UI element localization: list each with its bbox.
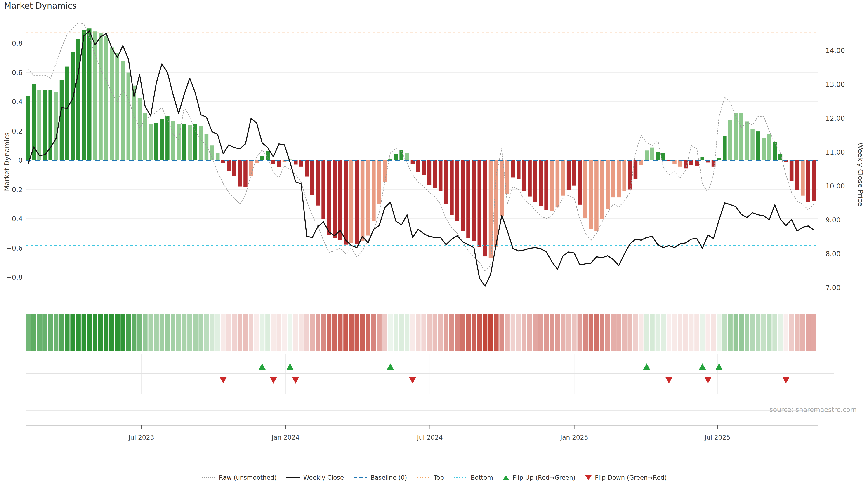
legend-item-flip-up: Flip Up (Red→Green) (502, 474, 576, 481)
heatmap-cell (332, 315, 337, 351)
oscillator-bar (54, 92, 58, 160)
heatmap-cell (594, 315, 599, 351)
oscillator-bar (433, 160, 437, 188)
oscillator-bar (149, 124, 153, 160)
x-axis-tick-label: Jul 2024 (416, 434, 443, 441)
heatmap-cell (666, 315, 671, 351)
heatmap-cell (633, 315, 638, 351)
oscillator-bar (182, 124, 186, 160)
heatmap-cell (499, 315, 504, 351)
oscillator-bar (633, 160, 638, 179)
heatmap-cell (728, 315, 733, 351)
oscillator-bar (756, 131, 760, 160)
heatmap-cell (405, 315, 409, 351)
flip-down-marker (705, 377, 711, 384)
oscillator-bar (177, 124, 181, 160)
oscillator-bar (650, 148, 654, 160)
flip-up-marker (699, 363, 706, 369)
oscillator-bar (528, 160, 532, 197)
heatmap-cell (438, 315, 443, 351)
oscillator-bar (205, 134, 209, 160)
heatmap-cell (616, 315, 621, 351)
heatmap-cell (510, 315, 515, 351)
heatmap-cell (187, 315, 192, 351)
heatmap-cell (600, 315, 604, 351)
oscillator-bar (227, 160, 231, 171)
oscillator-bar (572, 160, 577, 186)
oscillator-bar (466, 160, 470, 238)
heatmap-cell (650, 315, 655, 351)
heatmap-cell (299, 315, 304, 351)
oscillator-bar (594, 160, 598, 231)
heatmap-cell (221, 315, 225, 351)
oscillator-bar (238, 160, 242, 187)
flip-up-marker (643, 363, 650, 369)
heatmap-cell (756, 315, 761, 351)
oscillator-bar (745, 121, 749, 160)
oscillator-bar (115, 53, 119, 160)
heatmap-cell (366, 315, 370, 351)
source-attribution: source: sharemaestro.com (770, 406, 857, 414)
heatmap-cell (711, 315, 716, 351)
legend-item-baseline: Baseline (0) (353, 474, 407, 481)
oscillator-bar (801, 160, 805, 196)
oscillator-bar (477, 160, 482, 248)
price-axis-tick-label: 12.00 (826, 114, 845, 122)
heatmap-cell (165, 315, 170, 351)
heatmap-cell (198, 315, 203, 351)
flip-up-marker (387, 363, 394, 369)
oscillator-bar (416, 160, 420, 172)
flip-down-marker (665, 377, 672, 384)
heatmap-cell (176, 315, 181, 351)
heatmap-cell (143, 315, 148, 351)
price-axis-tick-label: 7.00 (826, 284, 841, 292)
heatmap-cell (54, 315, 58, 351)
oscillator-bar (762, 138, 766, 160)
heatmap-cell (126, 315, 131, 351)
oscillator-bar (210, 145, 214, 160)
heatmap-cell (433, 315, 437, 351)
flip-down-marker (292, 377, 299, 384)
oscillator-bar (349, 160, 353, 243)
oscillator-bar (193, 124, 197, 160)
oscillator-bar (639, 160, 643, 165)
heatmap-cell (611, 315, 616, 351)
oscillator-bar (104, 36, 108, 160)
oscillator-bar (773, 142, 777, 160)
y-axis-tick-label: 0 (18, 156, 23, 164)
oscillator-bar (355, 160, 359, 244)
heatmap-cell (455, 315, 460, 351)
y-axis-tick-label: −0.8 (6, 273, 23, 281)
heatmap-cell (87, 315, 92, 351)
oscillator-bar (723, 136, 727, 160)
oscillator-bar (333, 160, 337, 238)
legend-item-top: Top (416, 474, 444, 481)
heatmap-cell (772, 315, 777, 351)
oscillator-bar (171, 121, 175, 160)
heatmap-cell (42, 315, 47, 351)
heatmap-cell (282, 315, 287, 351)
legend-item-flip-down: Flip Down (Green→Red) (585, 474, 667, 481)
oscillator-bar (678, 160, 682, 166)
oscillator-bar (143, 113, 147, 160)
heatmap-cell (254, 315, 259, 351)
heatmap-cell (182, 315, 186, 351)
oscillator-bar (293, 160, 298, 164)
heatmap-cell (315, 315, 320, 351)
oscillator-bar (65, 67, 69, 160)
oscillator-bar (750, 129, 754, 160)
oscillator-bar (249, 160, 253, 176)
oscillator-bar (600, 160, 604, 219)
flip-down-marker (782, 377, 789, 384)
heatmap-cell (544, 315, 549, 351)
heatmap-cell (305, 315, 309, 351)
heatmap-cell (722, 315, 727, 351)
heatmap-cell (249, 315, 253, 351)
price-axis-tick-label: 8.00 (826, 250, 841, 258)
price-axis-tick-label: 11.00 (826, 148, 845, 156)
heatmap-cell (260, 315, 265, 351)
oscillator-bar (606, 160, 610, 209)
heatmap-cell (761, 315, 766, 351)
oscillator-bar (310, 160, 314, 195)
oscillator-bar (806, 160, 810, 202)
